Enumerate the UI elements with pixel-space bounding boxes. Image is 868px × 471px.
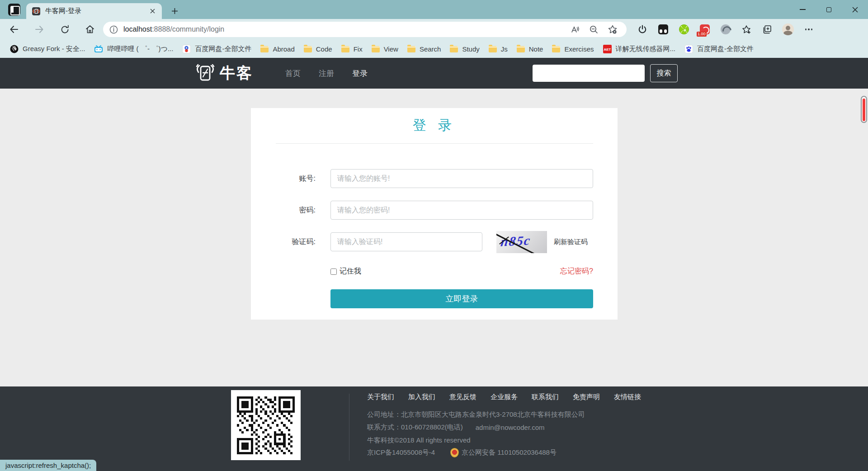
bookmark-folder-view[interactable]: View <box>367 43 403 55</box>
captcha-label: 验证码: <box>251 237 316 247</box>
site-search-input[interactable] <box>533 65 645 82</box>
login-title: 登 录 <box>251 116 618 135</box>
remember-me-checkbox[interactable] <box>330 268 337 275</box>
title-divider <box>276 143 593 144</box>
bookmark-folder-abroad[interactable]: Abroad <box>256 43 299 55</box>
footer-links: 关于我们 加入我们 意见反馈 企业服务 联系我们 免责声明 友情链接 <box>367 393 641 401</box>
folder-icon <box>372 46 380 52</box>
collections-icon[interactable] <box>759 22 776 37</box>
profile-avatar[interactable] <box>779 22 797 37</box>
bookmark-folder-code[interactable]: Code <box>299 43 337 55</box>
captcha-input[interactable] <box>330 232 482 251</box>
aet-icon: AET <box>603 45 612 53</box>
bookmark-folder-note[interactable]: Note <box>512 43 548 55</box>
footer-contact: 联系方式：010-60728802(电话) <box>367 423 463 432</box>
footer-link-about[interactable]: 关于我们 <box>367 393 394 401</box>
nowcoder-logo-icon <box>194 63 216 84</box>
folder-icon <box>489 46 497 52</box>
footer-link-friends[interactable]: 友情链接 <box>614 393 641 401</box>
captcha-image[interactable]: n85c <box>496 231 547 253</box>
bookmark-aet[interactable]: AET 详解无线传感器网... <box>599 42 680 56</box>
folder-icon <box>304 46 312 52</box>
footer-email: admin@nowcoder.com <box>476 424 545 431</box>
bookmark-bilibili[interactable]: 哔哩哔哩 ( ゜- ゜)つ... <box>90 42 178 56</box>
url-text: localhost:8888/community/login <box>123 25 224 33</box>
bookmark-folder-fix[interactable]: Fix <box>337 43 367 55</box>
tab-bar: 牛客网-登录 <box>0 0 868 19</box>
login-panel: 登 录 账号: 密码: 验证码: n85c 刷新验证码 <box>251 108 618 320</box>
folder-icon <box>407 46 415 52</box>
footer-address: 公司地址：北京市朝阳区大屯路东金泉时代3-2708北京牛客科技有限公司 <box>367 410 585 419</box>
site-logo[interactable]: 牛客 <box>194 63 253 84</box>
tab-title: 牛客网-登录 <box>45 7 147 15</box>
bookmark-folder-study[interactable]: Study <box>445 43 484 55</box>
favicon-nowcoder-icon <box>32 7 41 16</box>
workspaces-icon[interactable] <box>8 4 20 16</box>
footer-icp: 京ICP备14055008号-4 <box>367 448 435 457</box>
forgot-password-link[interactable]: 忘记密码? <box>560 267 593 276</box>
bookmark-folder-search[interactable]: Search <box>403 43 446 55</box>
refresh-icon[interactable] <box>57 22 72 37</box>
read-aloud-icon[interactable] <box>567 22 582 37</box>
qr-code <box>231 390 301 460</box>
site-search-button[interactable]: 搜索 <box>650 64 678 82</box>
login-submit-button[interactable]: 立即登录 <box>330 289 593 308</box>
site-info-icon[interactable] <box>109 25 118 34</box>
footer-link-disclaimer[interactable]: 免责声明 <box>573 393 600 401</box>
tab-close-icon[interactable] <box>147 6 157 16</box>
forward-icon[interactable] <box>32 22 47 37</box>
captcha-row: 验证码: n85c 刷新验证码 <box>251 232 618 251</box>
bookmark-baidu-pan[interactable]: 百度网盘-全部文件 <box>178 42 256 56</box>
new-tab-icon[interactable] <box>168 5 181 17</box>
maximize-icon[interactable] <box>816 0 842 19</box>
tampermonkey-extension-icon[interactable] <box>655 22 672 37</box>
settings-more-icon[interactable] <box>800 22 817 37</box>
folder-icon <box>517 46 525 52</box>
address-bar[interactable]: localhost:8888/community/login <box>103 22 627 37</box>
refresh-captcha-link[interactable]: 刷新验证码 <box>554 238 588 246</box>
password-input[interactable] <box>330 201 593 220</box>
nav-link-register[interactable]: 注册 <box>319 68 334 79</box>
close-window-icon[interactable] <box>842 0 868 19</box>
rate-extension-icon[interactable]: 1.00 <box>696 22 713 37</box>
scrollbar-thumb[interactable] <box>861 96 867 123</box>
bookmark-greasyfork[interactable]: Greasy Fork - 安全... <box>5 42 90 56</box>
footer-link-enterprise[interactable]: 企业服务 <box>491 393 518 401</box>
minimize-icon[interactable] <box>789 0 816 19</box>
zoom-out-icon[interactable] <box>586 22 601 37</box>
browser-window: 牛客网-登录 <box>0 0 868 471</box>
folder-icon <box>552 46 560 52</box>
bookmarks-bar: Greasy Fork - 安全... 哔哩哔哩 ( ゜- ゜)つ... 百度网… <box>0 40 868 58</box>
claw-extension-icon[interactable] <box>717 22 734 37</box>
site-logo-text: 牛客 <box>220 63 253 84</box>
bookmark-folder-js[interactable]: Js <box>484 43 512 55</box>
site-navbar: 牛客 首页 注册 登录 搜索 <box>0 58 868 89</box>
back-icon[interactable] <box>6 22 22 37</box>
power-extension-icon[interactable] <box>634 22 651 37</box>
remember-me[interactable]: 记住我 <box>330 267 361 276</box>
browser-tab[interactable]: 牛客网-登录 <box>26 3 162 19</box>
bookmark-folder-exercises[interactable]: Exercises <box>547 43 598 55</box>
favorites-bar-icon[interactable] <box>738 22 755 37</box>
footer-link-feedback[interactable]: 意见反馈 <box>449 393 476 401</box>
site-nav-links: 首页 注册 登录 <box>285 58 368 89</box>
footer-copyright: 牛客科技©2018 All rights reserved <box>367 436 471 445</box>
bilibili-icon <box>94 45 103 53</box>
footer-link-contact[interactable]: 联系我们 <box>532 393 559 401</box>
account-input[interactable] <box>330 169 593 188</box>
nav-link-home[interactable]: 首页 <box>285 68 301 79</box>
footer-link-join[interactable]: 加入我们 <box>408 393 435 401</box>
nav-link-login[interactable]: 登录 <box>352 68 368 79</box>
bookmark-baidu-paw[interactable]: 百度网盘-全部文件 <box>680 42 758 56</box>
switchyomega-extension-icon[interactable] <box>675 22 693 37</box>
browser-toolbar: localhost:8888/community/login <box>0 19 868 40</box>
qr-code-image <box>237 396 295 454</box>
password-label: 密码: <box>251 206 316 215</box>
home-icon[interactable] <box>82 22 98 37</box>
login-form: 账号: 密码: 验证码: n85c 刷新验证码 记住我 <box>251 169 618 308</box>
account-label: 账号: <box>251 174 316 184</box>
greasyfork-icon <box>10 45 19 53</box>
footer-police: 京公网安备 11010502036488号 <box>462 448 557 457</box>
favorite-star-icon[interactable] <box>605 22 620 37</box>
police-emblem-icon <box>450 448 459 457</box>
